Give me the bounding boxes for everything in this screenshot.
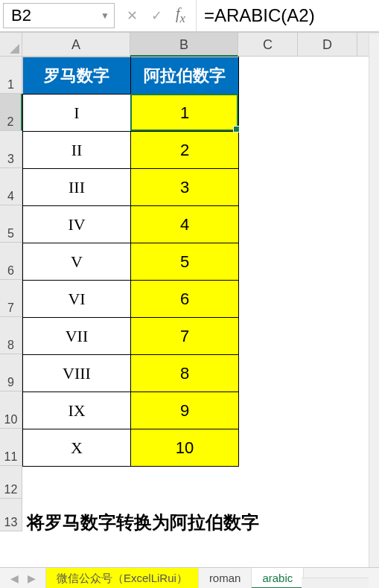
formula-input[interactable]: =ARABIC(A2)	[197, 0, 379, 31]
sheet-tab-bar: ◀ ▶ 微信公众号（ExcelLiRui） roman arabic	[0, 567, 379, 588]
table-row: VI6	[23, 281, 239, 318]
row-header-7[interactable]: 7	[0, 280, 22, 317]
name-box[interactable]: B2 ▼	[3, 3, 115, 28]
cell-arabic[interactable]: 8	[131, 355, 239, 392]
header-arabic[interactable]: 阿拉伯数字	[131, 57, 239, 95]
sheet-tab-roman[interactable]: roman	[199, 568, 252, 588]
chevron-right-icon[interactable]: ▶	[28, 572, 36, 584]
header-roman[interactable]: 罗马数字	[23, 57, 131, 95]
col-header-c[interactable]: C	[238, 33, 298, 56]
tab-scroll-controls[interactable]: ◀ ▶	[0, 568, 46, 588]
row-header-5[interactable]: 5	[0, 205, 22, 243]
row-header-3[interactable]: 3	[0, 131, 22, 168]
row-header-8[interactable]: 8	[0, 317, 22, 354]
fx-icon[interactable]: fx	[176, 5, 185, 26]
cell-area[interactable]: 罗马数字 阿拉伯数字 I1 II2 III3 IV4 V5 VI6 VII7 V…	[22, 57, 379, 555]
table-row: X10	[23, 429, 239, 467]
caption-text[interactable]: 将罗马数字转换为阿拉伯数字	[27, 511, 259, 534]
table-header-row: 罗马数字 阿拉伯数字	[23, 57, 239, 95]
col-header-b[interactable]: B	[130, 33, 238, 57]
cell-roman[interactable]: VI	[23, 281, 131, 318]
cell-arabic[interactable]: 10	[131, 429, 239, 467]
row-header-11[interactable]: 11	[0, 429, 22, 466]
formula-bar-buttons: ✕ ✓ fx	[116, 0, 197, 31]
sheet-tab-wechat[interactable]: 微信公众号（ExcelLiRui）	[46, 568, 199, 588]
col-header-a[interactable]: A	[22, 33, 130, 56]
cell-roman[interactable]: III	[23, 169, 131, 206]
table-row: VIII8	[23, 355, 239, 392]
table-row: VII7	[23, 318, 239, 355]
cell-roman[interactable]: IX	[23, 392, 131, 429]
row-header-13[interactable]: 13	[0, 499, 22, 531]
cell-arabic[interactable]: 9	[131, 392, 239, 429]
col-header-d[interactable]: D	[298, 33, 357, 56]
vertical-scrollbar[interactable]	[369, 34, 379, 567]
cell-roman[interactable]: VII	[23, 318, 131, 355]
cancel-icon[interactable]: ✕	[127, 7, 138, 24]
table-row: IX9	[23, 392, 239, 429]
cell-roman[interactable]: VIII	[23, 355, 131, 392]
select-all-button[interactable]	[0, 33, 22, 57]
cell-arabic[interactable]: 1	[131, 95, 239, 132]
row-header-1[interactable]: 1	[0, 57, 22, 94]
horizontal-scrollbar[interactable]	[302, 578, 369, 588]
row-headers: 1 2 3 4 5 6 7 8 9 10 11 12 13	[0, 57, 22, 531]
cell-roman[interactable]: V	[23, 243, 131, 281]
row-header-9[interactable]: 9	[0, 354, 22, 392]
chevron-down-icon[interactable]: ▼	[101, 10, 109, 21]
row-header-12[interactable]: 12	[0, 466, 22, 499]
chevron-left-icon[interactable]: ◀	[10, 572, 19, 584]
table-row: I1	[23, 95, 239, 132]
table-row: II2	[23, 132, 239, 169]
cell-roman[interactable]: I	[23, 95, 131, 132]
cell-arabic[interactable]: 3	[131, 169, 239, 206]
sheet-tab-arabic[interactable]: arabic	[252, 568, 304, 588]
cell-arabic[interactable]: 7	[131, 318, 239, 355]
data-table: 罗马数字 阿拉伯数字 I1 II2 III3 IV4 V5 VI6 VII7 V…	[22, 57, 239, 467]
table-row: IV4	[23, 206, 239, 243]
cell-roman[interactable]: II	[23, 132, 131, 169]
row-header-2[interactable]: 2	[0, 94, 22, 131]
table-row: V5	[23, 243, 239, 281]
formula-bar: B2 ▼ ✕ ✓ fx =ARABIC(A2)	[0, 0, 379, 33]
cell-reference: B2	[11, 6, 31, 25]
column-headers: A B C D	[22, 33, 379, 57]
cell-arabic[interactable]: 2	[131, 132, 239, 169]
row-header-6[interactable]: 6	[0, 243, 22, 280]
cell-arabic[interactable]: 4	[131, 206, 239, 243]
confirm-icon[interactable]: ✓	[151, 7, 162, 24]
cell-arabic[interactable]: 6	[131, 281, 239, 318]
spreadsheet-grid: A B C D 1 2 3 4 5 6 7 8 9 10 11 12 13 罗马…	[0, 33, 379, 555]
cell-roman[interactable]: X	[23, 429, 131, 467]
table-row: III3	[23, 169, 239, 206]
cell-arabic[interactable]: 5	[131, 243, 239, 281]
row-header-10[interactable]: 10	[0, 392, 22, 429]
cell-roman[interactable]: IV	[23, 206, 131, 243]
row-header-4[interactable]: 4	[0, 168, 22, 205]
